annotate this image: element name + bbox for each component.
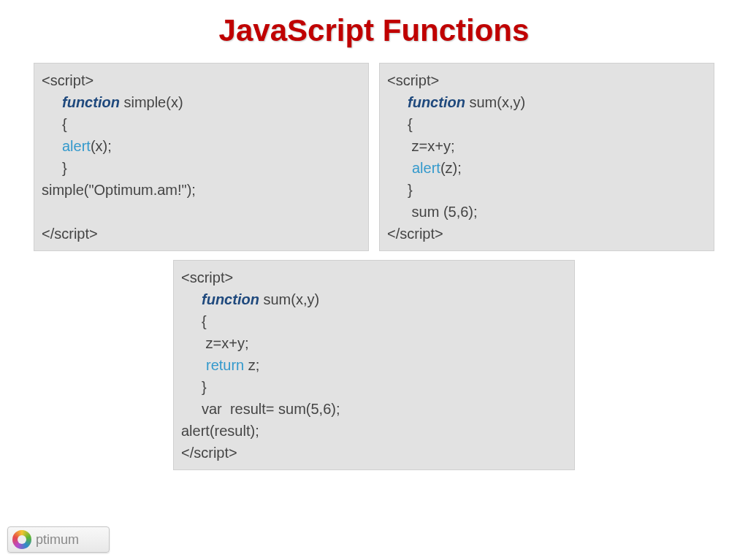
code-text: </script>	[387, 226, 443, 242]
code-text: <script>	[42, 72, 94, 88]
code-text: z=x+y;	[408, 138, 454, 154]
code-text: }	[408, 182, 413, 198]
keyword-function: function	[408, 94, 465, 110]
fn-alert: alert	[412, 160, 440, 176]
code-text: z;	[244, 357, 259, 373]
code-text: sum(x,y)	[465, 94, 525, 110]
code-text: </script>	[181, 445, 237, 461]
code-box-sum-alert: <script> function sum(x,y) { z=x+y; aler…	[379, 63, 714, 251]
code-text: sum (5,6);	[408, 204, 478, 220]
code-text: var result= sum(5,6);	[202, 401, 340, 417]
code-text: (x);	[91, 138, 112, 154]
keyword-return: return	[206, 357, 244, 373]
code-text: sum(x,y)	[259, 291, 319, 307]
code-text: simple("Optimum.am!");	[42, 182, 196, 198]
code-text: </script>	[42, 226, 98, 242]
keyword-function: function	[62, 94, 120, 110]
code-text: simple(x)	[120, 94, 183, 110]
code-text: {	[202, 313, 207, 329]
code-text: alert(result);	[181, 423, 259, 439]
top-row: <script> function simple(x) { alert(x); …	[0, 63, 748, 251]
code-text: <script>	[387, 72, 439, 88]
code-text: }	[62, 160, 67, 176]
keyword-function: function	[202, 291, 259, 307]
code-text: }	[202, 379, 207, 395]
code-text: {	[408, 116, 413, 132]
code-text: (z);	[440, 160, 462, 176]
watermark-logo: ptimum	[7, 526, 110, 553]
page-title: JavaScript Functions	[0, 13, 748, 48]
ring-icon	[12, 530, 31, 549]
code-text: {	[62, 116, 67, 132]
code-text: z=x+y;	[202, 335, 248, 351]
code-text: <script>	[181, 269, 233, 285]
watermark-text: ptimum	[36, 532, 79, 548]
code-box-simple: <script> function simple(x) { alert(x); …	[34, 63, 369, 251]
fn-alert: alert	[62, 138, 91, 154]
code-box-sum-return: <script> function sum(x,y) { z=x+y; retu…	[173, 260, 575, 470]
